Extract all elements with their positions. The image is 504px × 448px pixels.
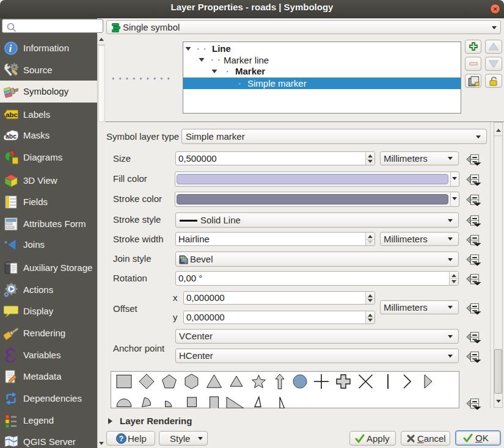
svg-text:i: i: [9, 43, 12, 54]
svg-text:?: ?: [119, 435, 123, 443]
svg-text:abc: abc: [5, 133, 16, 140]
svg-text:abc: abc: [5, 111, 18, 118]
